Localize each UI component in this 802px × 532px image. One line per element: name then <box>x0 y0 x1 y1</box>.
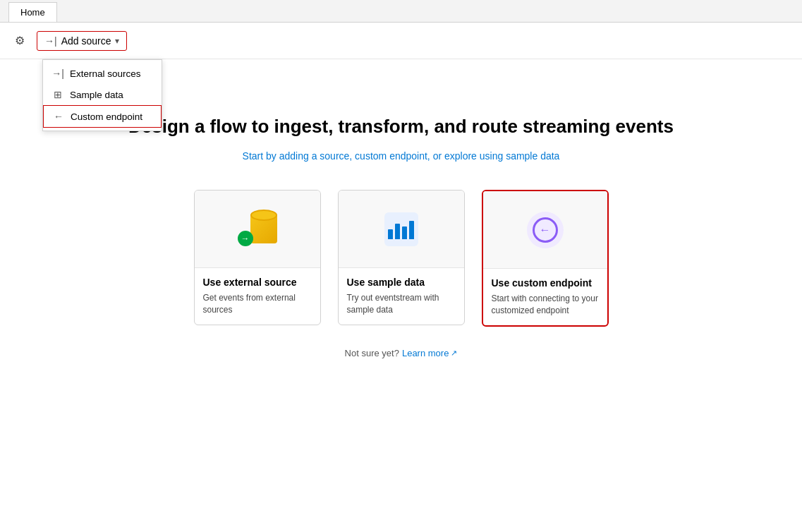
external-source-card-desc: Get events from external sources <box>203 292 312 316</box>
green-arrow-icon: → <box>238 231 253 246</box>
cylinder-icon <box>250 214 277 243</box>
dropdown-menu: →| External sources ⊞ Sample data ← Cust… <box>42 59 162 131</box>
custom-endpoint-card-desc: Start with connecting to your customized… <box>492 293 599 317</box>
bar-4 <box>409 221 414 239</box>
page-subtitle: Start by adding a source, custom endpoin… <box>243 150 560 162</box>
custom-endpoint-label: Custom endpoint <box>71 111 142 122</box>
custom-endpoint-card[interactable]: Use custom endpoint Start with connectin… <box>482 190 609 327</box>
toolbar: ⚙ →| Add source ▾ <box>0 23 802 59</box>
sample-data-icon: ⊞ <box>51 89 64 100</box>
learn-more-label: Learn more <box>402 348 449 358</box>
external-link-icon: ↗ <box>451 349 457 358</box>
add-source-button[interactable]: →| Add source ▾ <box>37 31 127 51</box>
bar-3 <box>402 226 407 239</box>
sample-data-icon-area <box>339 191 464 268</box>
sample-data-card-body: Use sample data Try out eventstream with… <box>339 268 464 325</box>
custom-endpoint-icon-area <box>483 191 607 269</box>
sample-data-card[interactable]: Use sample data Try out eventstream with… <box>338 190 465 325</box>
bar-2 <box>395 224 400 239</box>
dropdown-arrow-icon: ▾ <box>115 36 119 46</box>
gear-button[interactable]: ⚙ <box>8 30 31 52</box>
home-tab[interactable]: Home <box>8 2 57 22</box>
external-source-card[interactable]: → Use external source Get events from ex… <box>194 190 321 325</box>
cards-row: → Use external source Get events from ex… <box>194 190 609 327</box>
not-sure-row: Not sure yet? Learn more ↗ <box>345 348 458 358</box>
external-source-icon-area: → <box>195 191 320 268</box>
custom-endpoint-card-title: Use custom endpoint <box>492 277 599 289</box>
sample-data-label: Sample data <box>70 90 123 100</box>
dropdown-item-external-sources[interactable]: →| External sources <box>43 63 162 84</box>
gear-icon: ⚙ <box>15 34 25 47</box>
custom-endpoint-inner-icon <box>533 217 558 243</box>
external-source-card-title: Use external source <box>203 277 312 288</box>
dropdown-item-custom-endpoint[interactable]: ← Custom endpoint <box>43 105 162 128</box>
add-source-label: Add source <box>61 35 111 47</box>
custom-endpoint-icon: ← <box>52 111 65 122</box>
add-source-icon: →| <box>44 35 57 47</box>
not-sure-text: Not sure yet? <box>345 348 399 358</box>
bar-1 <box>388 229 393 239</box>
custom-endpoint-card-body: Use custom endpoint Start with connectin… <box>483 269 607 325</box>
sample-data-card-desc: Try out eventstream with sample data <box>347 292 456 316</box>
custom-endpoint-visual <box>527 212 564 248</box>
external-source-card-body: Use external source Get events from exte… <box>195 268 320 325</box>
sample-data-visual <box>384 212 418 246</box>
page-title: Design a flow to ingest, transform, and … <box>128 116 674 138</box>
home-tab-label: Home <box>20 7 45 18</box>
learn-more-link[interactable]: Learn more ↗ <box>402 348 457 358</box>
dropdown-item-sample-data[interactable]: ⊞ Sample data <box>43 84 162 105</box>
external-sources-label: External sources <box>70 68 141 79</box>
tab-bar: Home <box>0 0 802 23</box>
bar-chart-icon <box>388 219 414 239</box>
external-sources-icon: →| <box>51 68 64 79</box>
sample-data-card-title: Use sample data <box>347 277 456 288</box>
external-source-visual: → <box>238 211 277 248</box>
